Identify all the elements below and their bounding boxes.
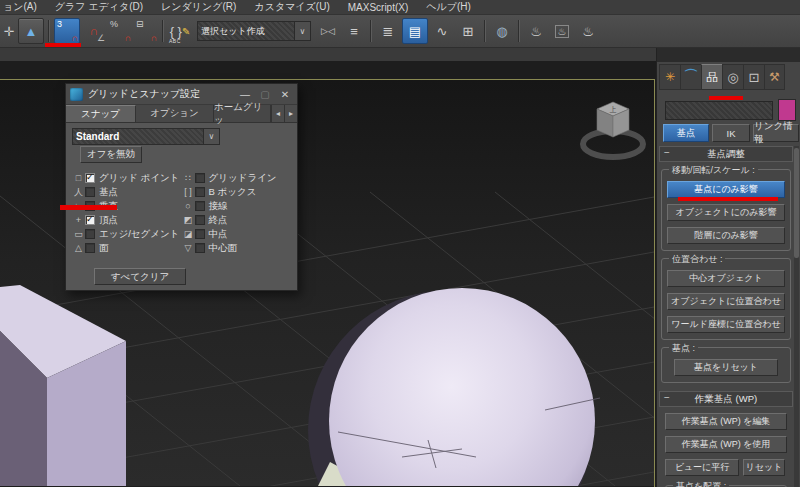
schematic-view-button[interactable]: ⊞ <box>456 19 480 43</box>
toggle-ribbon-button[interactable]: ▤ <box>402 18 428 44</box>
checkbox[interactable] <box>85 229 95 239</box>
tab-scroll-right-icon[interactable]: ▸ <box>284 105 297 122</box>
scrollbar-thumb[interactable] <box>794 148 799 258</box>
snap-option-grid-lines[interactable]: ∷ グリッドライン <box>182 171 292 185</box>
group-label: 基点を配置 : <box>673 480 729 487</box>
close-icon[interactable]: ✕ <box>277 89 293 100</box>
object-color-swatch[interactable] <box>778 99 796 121</box>
angle-snap-toggle-button[interactable]: ∩∠ <box>82 19 106 43</box>
snap-option-bounding-box[interactable]: [ ] B ボックス <box>182 185 292 199</box>
tab-snaps[interactable]: スナップ <box>66 105 136 122</box>
menu-item-customize[interactable]: カスタマイズ(U) <box>254 0 329 14</box>
edge-icon: ▭ <box>72 229 85 239</box>
snap-option-vertex[interactable]: + 頂点 <box>72 213 182 227</box>
edit-named-selection-sets-button[interactable]: { }✎ ABC <box>168 19 192 43</box>
link-info-mode-button[interactable]: リンク情報 <box>753 124 799 142</box>
snap-option-tangent[interactable]: ○ 接線 <box>182 199 292 213</box>
menu-item-help[interactable]: ヘルプ(H) <box>426 0 471 14</box>
checkbox[interactable] <box>195 215 205 225</box>
toolbar-separator <box>162 20 164 42</box>
checkbox[interactable] <box>195 173 205 183</box>
use-pivot-point-center-button[interactable]: ▲ <box>18 18 44 44</box>
tab-hierarchy[interactable]: 品 <box>701 64 722 90</box>
3dsmax-logo-icon <box>70 88 83 101</box>
tab-display[interactable]: ⊡ <box>743 64 764 90</box>
annotation-underline-snap-toggle <box>45 43 81 47</box>
minimize-icon[interactable]: — <box>237 89 253 100</box>
toolbar-separator <box>518 20 520 42</box>
affect-object-only-button[interactable]: オブジェクトにのみ影響 <box>667 204 785 221</box>
snap-option-endpoint[interactable]: ◩ 終点 <box>182 213 292 227</box>
render-button[interactable]: ♨ <box>576 19 600 43</box>
snap-preset-dropdown[interactable]: Standard ∨ <box>72 128 220 145</box>
menu-item-animation[interactable]: ョン(A) <box>3 0 37 14</box>
layer-manager-button[interactable]: ≣ <box>376 19 400 43</box>
select-move-icon[interactable]: ✛ <box>2 19 16 43</box>
dialog-title: グリッドとスナップ設定 <box>88 87 233 101</box>
render-setup-button[interactable]: ♨ <box>524 19 548 43</box>
snaps-toggle-3d-button[interactable]: 3 ∩ <box>54 18 80 44</box>
tab-motion[interactable]: ◎ <box>722 64 743 90</box>
checkbox[interactable] <box>195 243 205 253</box>
mirror-button[interactable]: ▷◁ <box>316 19 340 43</box>
checkbox[interactable] <box>195 229 205 239</box>
panel-scrollbar[interactable] <box>794 146 799 487</box>
annotation-underline-vertex <box>60 205 117 210</box>
align-button[interactable]: ≡ <box>342 19 366 43</box>
tab-modify[interactable]: ⌒ <box>680 64 701 90</box>
clear-all-button[interactable]: すべてクリア <box>94 268 186 285</box>
dropdown-arrow-icon[interactable]: ∨ <box>203 129 219 144</box>
center-to-object-button[interactable]: 中心オブジェクト <box>667 270 785 287</box>
tab-scroll-left-icon[interactable]: ◂ <box>271 105 284 122</box>
align-to-view-button[interactable]: ビューに平行 <box>665 459 739 476</box>
checkbox[interactable] <box>195 201 205 211</box>
ik-mode-button[interactable]: IK <box>712 124 750 142</box>
group-label: 位置合わせ : <box>669 253 725 266</box>
snap-option-edge-segment[interactable]: ▭ エッジ/セグメント <box>72 227 182 241</box>
checkbox[interactable] <box>85 187 95 197</box>
material-editor-button[interactable]: ◍ <box>490 19 514 43</box>
bounding-box-icon: [ ] <box>182 187 195 197</box>
snap-option-grid-points[interactable]: □ グリッド ポイント <box>72 171 182 185</box>
menu-item-maxscript[interactable]: MAXScript(X) <box>348 2 409 13</box>
pivot-mode-button[interactable]: 基点 <box>663 124 709 142</box>
adjust-pivot-rollout-header[interactable]: − 基点調整 <box>659 146 793 162</box>
checkbox[interactable] <box>195 187 205 197</box>
working-pivot-rollout-header[interactable]: − 作業基点 (WP) <box>659 391 793 407</box>
edit-working-pivot-button[interactable]: 作業基点 (WP) を編集 <box>665 413 787 430</box>
menu-item-graph-editors[interactable]: グラフ エディタ(D) <box>55 0 143 14</box>
menu-item-rendering[interactable]: レンダリング(R) <box>161 0 236 14</box>
percent-snap-toggle-button[interactable]: %∩ <box>108 19 132 43</box>
snap-option-face[interactable]: △ 面 <box>72 241 182 255</box>
reset-button[interactable]: リセット <box>743 459 785 476</box>
tab-create[interactable]: ✳ <box>659 64 680 90</box>
viewport-top-strip <box>0 48 656 61</box>
collapse-icon[interactable]: − <box>664 392 670 403</box>
affect-hierarchy-only-button[interactable]: 階層にのみ影響 <box>667 227 785 244</box>
use-working-pivot-button[interactable]: 作業基点 (WP) を使用 <box>665 436 787 453</box>
snap-option-pivot[interactable]: 人 基点 <box>72 185 182 199</box>
named-selection-set-dropdown[interactable]: 選択セット作成 ∨ <box>197 21 311 41</box>
snap-option-center-face[interactable]: ▽ 中心面 <box>182 241 292 255</box>
checkbox[interactable] <box>85 243 95 253</box>
checkbox[interactable] <box>85 173 95 183</box>
align-to-object-button[interactable]: オブジェクトに位置合わせ <box>667 293 785 310</box>
checkbox[interactable] <box>85 215 95 225</box>
rendered-frame-window-button[interactable]: ♨ <box>550 19 574 43</box>
tab-utilities[interactable]: ⚒ <box>764 64 785 90</box>
curve-editor-button[interactable]: ∿ <box>430 19 454 43</box>
tab-home-grid[interactable]: ホームグリッ <box>214 105 271 122</box>
snap-option-midpoint[interactable]: ◪ 中点 <box>182 227 292 241</box>
affect-pivot-only-button[interactable]: 基点にのみ影響 <box>667 181 785 198</box>
reset-pivot-button[interactable]: 基点をリセット <box>674 359 778 376</box>
object-name-field[interactable] <box>665 101 773 120</box>
tab-options[interactable]: オプション <box>136 105 214 122</box>
3dsmax-window: ョン(A) グラフ エディタ(D) レンダリング(R) カスタマイズ(U) MA… <box>0 0 800 487</box>
override-off-button[interactable]: オフを無効 <box>80 146 142 163</box>
create-icon: ✳ <box>665 70 675 84</box>
dropdown-arrow-icon[interactable]: ∨ <box>294 22 310 40</box>
collapse-icon[interactable]: − <box>664 147 670 158</box>
align-to-world-button[interactable]: ワールド座標に位置合わせ <box>667 316 785 333</box>
spinner-snap-toggle-button[interactable]: ⊟∩ <box>134 19 158 43</box>
face-icon: △ <box>72 243 85 253</box>
